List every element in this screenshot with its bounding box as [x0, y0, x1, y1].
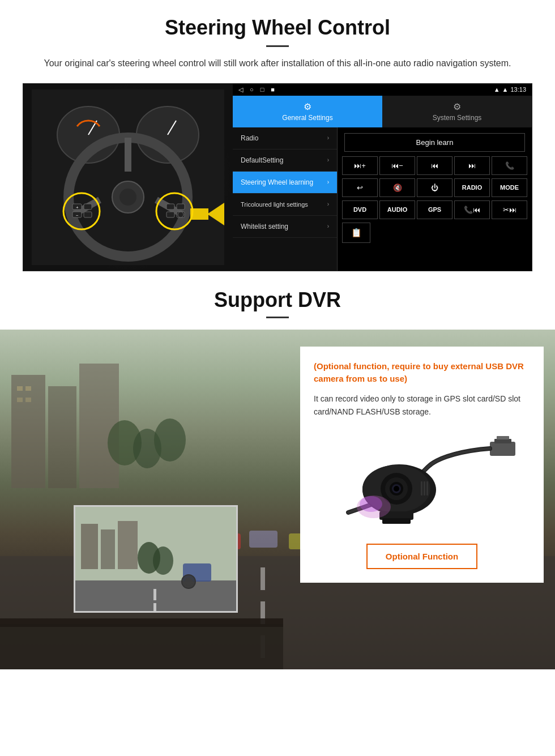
svg-marker-69 [75, 580, 238, 613]
ctrl-row-2: ↩ 🔇 ⏻ RADIO MODE [342, 178, 527, 197]
svg-rect-71 [153, 603, 156, 613]
chevron-right-icon: › [327, 179, 329, 185]
ctrl-row-1: ⏭+ ⏮− ⏮ ⏭ 📞 [342, 156, 527, 175]
dvr-section: Support DVR [0, 271, 555, 669]
svg-point-23 [178, 212, 183, 217]
ctrl-back[interactable]: ↩ [342, 178, 378, 197]
nav-power-icon: ■ [271, 86, 275, 93]
android-panel: ◁ ○ □ ■ ▲ ▲ 13:13 ⚙ General Settings ⚙ S… [233, 84, 532, 271]
svg-rect-47 [494, 439, 511, 443]
svg-rect-33 [25, 398, 31, 402]
chevron-right-icon: › [327, 223, 329, 229]
dvr-title: Support DVR [23, 288, 532, 312]
svg-rect-57 [424, 481, 425, 496]
page-title: Steering Wheel Control [23, 16, 532, 40]
tab-system-label: System Settings [433, 114, 482, 122]
menu-item-radio[interactable]: Radio › [233, 127, 337, 150]
svg-point-68 [153, 546, 173, 575]
ctrl-phone-prev[interactable]: 📞⏮ [454, 200, 490, 219]
dvr-info-card: (Optional function, require to buy exter… [300, 347, 544, 583]
svg-rect-56 [421, 481, 422, 496]
begin-learn-button[interactable]: Begin learn [344, 133, 525, 152]
section-subtitle: Your original car's steering wheel contr… [34, 56, 521, 71]
steering-wheel-section: Steering Wheel Control Your original car… [0, 0, 555, 271]
android-content: Radio › DefaultSetting › Steering Wheel … [233, 127, 532, 271]
svg-rect-60 [382, 518, 411, 524]
dvr-camera-svg [326, 433, 518, 529]
ctrl-mute[interactable]: 🔇 [379, 178, 415, 197]
svg-point-62 [360, 496, 382, 512]
svg-rect-65 [101, 529, 115, 569]
svg-rect-66 [118, 521, 138, 569]
android-mockup: + − ◁ [23, 83, 532, 271]
svg-rect-64 [81, 524, 98, 569]
menu-item-defaultsetting[interactable]: DefaultSetting › [233, 150, 337, 172]
chevron-right-icon: › [327, 135, 329, 141]
ctrl-dvd[interactable]: DVD [342, 200, 378, 219]
ctrl-vol-up[interactable]: ⏭+ [342, 156, 378, 175]
svg-rect-21 [177, 204, 185, 210]
svg-rect-48 [497, 436, 509, 439]
optional-function-button[interactable]: Optional Function [366, 544, 477, 569]
steering-wheel-svg: + − [32, 89, 224, 265]
svg-rect-29 [79, 364, 119, 488]
menu-item-whitelist[interactable]: Whitelist setting › [233, 216, 337, 238]
begin-learn-area: Begin learn [342, 132, 527, 153]
dvr-thumbnail [74, 505, 238, 613]
ctrl-vol-down[interactable]: ⏮− [379, 156, 415, 175]
svg-rect-32 [17, 398, 23, 402]
android-statusbar: ◁ ○ □ ■ ▲ ▲ 13:13 [233, 84, 532, 96]
svg-rect-20 [166, 212, 174, 217]
dvr-thumb-svg [75, 507, 238, 613]
ctrl-audio[interactable]: AUDIO [379, 200, 415, 219]
ctrl-mode[interactable]: MODE [492, 178, 527, 197]
svg-point-55 [394, 486, 399, 492]
ctrl-prev-track[interactable]: ⏮ [417, 156, 452, 175]
dvr-body-text: It can record video only to storage in G… [314, 392, 530, 420]
wifi-icon: ▲ [502, 86, 509, 93]
svg-rect-46 [490, 442, 515, 456]
general-settings-icon: ⚙ [304, 101, 311, 112]
svg-rect-19 [166, 204, 174, 210]
dvr-camera-illustration [314, 430, 530, 532]
svg-rect-31 [25, 386, 31, 391]
svg-point-10 [119, 189, 136, 206]
ctrl-power[interactable]: ⏻ [417, 178, 452, 197]
svg-rect-15 [84, 212, 92, 217]
svg-point-36 [154, 418, 186, 462]
ctrl-cut-next[interactable]: ✂⏭ [492, 200, 527, 219]
ctrl-gps[interactable]: GPS [417, 200, 452, 219]
menu-item-steering-wheel[interactable]: Steering Wheel learning › [233, 172, 337, 194]
nav-back-icon: ◁ [238, 86, 243, 93]
ctrl-phone[interactable]: 📞 [492, 156, 527, 175]
svg-rect-44 [0, 624, 283, 669]
system-settings-icon: ⚙ [453, 101, 461, 112]
dvr-optional-text: (Optional function, require to buy exter… [314, 360, 530, 386]
ctrl-camera[interactable]: 📋 [342, 223, 370, 243]
svg-rect-25 [190, 208, 208, 220]
dvr-title-area: Support DVR [0, 271, 555, 330]
signal-icon: ▲ [494, 86, 500, 93]
svg-rect-70 [153, 589, 156, 600]
menu-item-tricoloured[interactable]: Tricoloured light settings › [233, 194, 337, 216]
android-right-panel: Begin learn ⏭+ ⏮− ⏮ ⏭ 📞 ↩ 🔇 ⏻ [338, 127, 532, 271]
ctrl-radio[interactable]: RADIO [454, 178, 490, 197]
steering-wheel-photo: + − [23, 84, 233, 271]
svg-rect-42 [249, 531, 278, 548]
tab-system-settings[interactable]: ⚙ System Settings [382, 96, 532, 127]
ctrl-bottom-row: 📋 [342, 223, 527, 243]
svg-rect-14 [84, 204, 92, 210]
nav-home-icon: ○ [250, 86, 254, 93]
svg-rect-30 [17, 386, 23, 391]
tab-general-settings[interactable]: ⚙ General Settings [233, 96, 382, 127]
dvr-title-divider [266, 317, 289, 318]
svg-point-74 [185, 578, 193, 586]
dvr-main-area: (Optional function, require to buy exter… [0, 330, 555, 669]
chevron-right-icon: › [327, 157, 329, 163]
ctrl-next-track[interactable]: ⏭ [454, 156, 490, 175]
android-menu: Radio › DefaultSetting › Steering Wheel … [233, 127, 338, 271]
tab-general-label: General Settings [282, 114, 332, 122]
svg-rect-45 [0, 618, 283, 627]
nav-recent-icon: □ [261, 86, 264, 93]
svg-rect-0 [32, 89, 224, 265]
